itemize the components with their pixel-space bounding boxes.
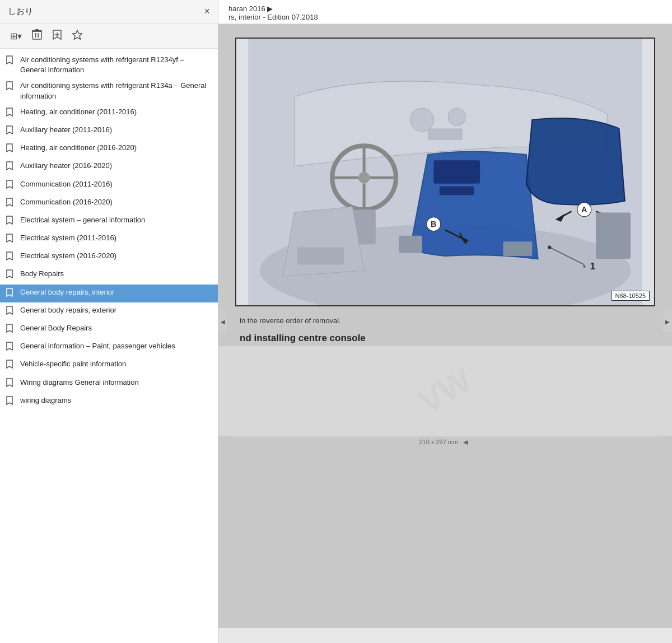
sidebar-item-label: Air conditioning systems with refrigeran… (20, 55, 210, 75)
svg-point-34 (410, 108, 433, 131)
sidebar-item-label: Vehicle-specific paint information (20, 359, 210, 369)
sidebar-item-10[interactable]: Electrical system (2011-2016) (0, 230, 218, 248)
bookmark-icon (6, 180, 17, 192)
doc-footer: 210 x 297 mm ◀ (230, 436, 661, 448)
svg-rect-18 (440, 187, 474, 195)
toolbar-delete-button[interactable] (30, 28, 44, 44)
sidebar-close-button[interactable]: × (204, 6, 210, 17)
svg-rect-2 (38, 33, 39, 38)
bookmark-add-icon (52, 29, 62, 43)
image-reference: N68-10525 (612, 291, 650, 301)
bookmark-icon (6, 143, 17, 155)
sidebar-item-19[interactable]: wiring diagrams (0, 393, 218, 411)
sidebar-item-15[interactable]: General Body Repairs (0, 320, 218, 338)
breadcrumb-text: haran 2016 ▶ (228, 4, 273, 13)
footer-text: 210 x 297 mm (419, 439, 459, 445)
sidebar-item-label: wiring diagrams (20, 395, 210, 406)
left-collapse-handle[interactable]: ◀ (218, 310, 227, 333)
sidebar-item-label: Auxiliary heater (2016-2020) (20, 161, 210, 171)
svg-rect-33 (596, 212, 631, 259)
sidebar-item-6[interactable]: Auxiliary heater (2016-2020) (0, 158, 218, 176)
svg-point-27 (583, 265, 585, 268)
bookmark-icon (6, 306, 17, 318)
svg-text:B: B (431, 220, 436, 229)
breadcrumb: haran 2016 ▶ (228, 4, 662, 13)
bookmark-icon (6, 81, 17, 93)
watermark: VW (412, 361, 478, 421)
main-content: ◀ ▶ haran 2016 ▶ rs, interior - Edition … (218, 0, 672, 643)
bookmark-icon (6, 378, 17, 390)
sidebar-item-2[interactable]: Air conditioning systems with refrigeran… (0, 78, 218, 104)
doc-section-heading: nd installing centre console (230, 329, 661, 346)
bookmark-icon (6, 324, 17, 336)
sidebar-item-1[interactable]: Air conditioning systems with refrigeran… (0, 52, 218, 78)
sidebar-item-5[interactable]: Heating, air conditioner (2016-2020) (0, 140, 218, 158)
bookmark-icon (6, 396, 17, 408)
bookmark-icon (6, 288, 17, 300)
svg-point-35 (448, 108, 465, 125)
bookmark-icon (6, 198, 17, 209)
bookmark-icon (6, 269, 17, 281)
bookmark-icon (6, 342, 17, 353)
bookmark-icon (6, 55, 17, 67)
svg-rect-17 (433, 160, 480, 183)
right-collapse-handle[interactable]: ▶ (663, 310, 672, 333)
sidebar: しおり × ⊞▾ Air (0, 0, 218, 643)
sidebar-item-label: Communication (2011-2016) (20, 179, 210, 189)
sidebar-item-7[interactable]: Communication (2011-2016) (0, 176, 218, 194)
sidebar-toolbar: ⊞▾ (0, 24, 218, 49)
doc-header: haran 2016 ▶ rs, interior - Edition 07.2… (218, 0, 672, 24)
svg-rect-31 (503, 241, 532, 256)
sidebar-item-14[interactable]: General body repairs, exterior (0, 302, 218, 320)
doc-page: B A (218, 24, 672, 456)
doc-scroll-area[interactable]: B A (218, 24, 672, 628)
sidebar-item-13[interactable]: General body repairs, interior (0, 285, 218, 302)
delete-icon (32, 29, 42, 43)
sidebar-item-label: Electrical system (2011-2016) (20, 233, 210, 243)
svg-point-28 (548, 245, 551, 249)
sidebar-item-label: Heating, air conditioner (2011-2016) (20, 107, 210, 117)
doc-body-text: in the reverse order of removal. (230, 312, 661, 329)
bookmark-icon (6, 161, 17, 173)
toolbar-star-button[interactable] (70, 29, 85, 43)
sidebar-item-label: General body repairs, exterior (20, 305, 210, 315)
sidebar-item-4[interactable]: Auxiliary heater (2011-2016) (0, 122, 218, 140)
sidebar-item-label: Electrical system (2016-2020) (20, 251, 210, 261)
bookmark-icon (6, 360, 17, 371)
sidebar-item-label: Heating, air conditioner (2016-2020) (20, 143, 210, 153)
bookmark-icon (6, 108, 17, 119)
chevron-left-icon: ◀ (221, 319, 225, 325)
sidebar-item-3[interactable]: Heating, air conditioner (2011-2016) (0, 104, 218, 122)
sidebar-item-18[interactable]: Wiring diagrams General information (0, 375, 218, 393)
sidebar-item-8[interactable]: Communication (2016-2020) (0, 194, 218, 212)
toolbar-bookmark-add-button[interactable] (50, 28, 64, 44)
bookmark-icon (6, 125, 17, 137)
sidebar-item-9[interactable]: Electrical system – general information (0, 212, 218, 230)
star-icon (72, 30, 82, 42)
sidebar-title: しおり (8, 6, 33, 17)
sidebar-item-label: General Body Repairs (20, 323, 210, 333)
sidebar-list: Air conditioning systems with refrigeran… (0, 49, 218, 643)
svg-rect-36 (428, 128, 463, 140)
sidebar-item-12[interactable]: Body Repairs (0, 266, 218, 284)
sidebar-item-label: Body Repairs (20, 269, 210, 279)
bookmark-icon (6, 234, 17, 245)
svg-rect-1 (35, 33, 36, 38)
sidebar-item-label: Communication (2016-2020) (20, 197, 210, 207)
sidebar-item-label: Air conditioning systems with refrigeran… (20, 81, 210, 101)
sidebar-item-16[interactable]: General information – Paint, passenger v… (0, 338, 218, 356)
svg-point-11 (358, 172, 370, 184)
sidebar-item-17[interactable]: Vehicle-specific paint information (0, 356, 218, 374)
watermark-area: VW (218, 346, 672, 436)
list-icon: ⊞▾ (10, 31, 22, 41)
toolbar-list-button[interactable]: ⊞▾ (8, 30, 24, 43)
bookmark-icon (6, 251, 17, 263)
svg-rect-32 (297, 248, 344, 265)
chevron-right-icon: ▶ (665, 319, 670, 325)
sidebar-item-label: Auxiliary heater (2011-2016) (20, 125, 210, 135)
car-interior-illustration: B A (236, 39, 654, 305)
svg-rect-4 (35, 29, 39, 31)
sidebar-item-label: Wiring diagrams General information (20, 378, 210, 388)
sidebar-item-11[interactable]: Electrical system (2016-2020) (0, 248, 218, 266)
doc-subtitle: rs, interior - Edition 07.2018 (228, 13, 662, 21)
